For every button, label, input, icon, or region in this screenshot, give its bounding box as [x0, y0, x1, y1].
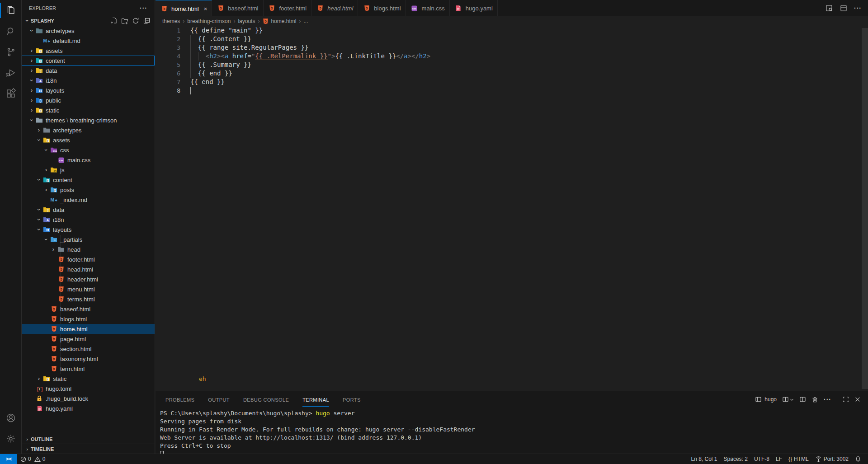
- panel-tab-problems[interactable]: PROBLEMS: [165, 393, 194, 407]
- editor-scrollbar[interactable]: [862, 28, 868, 389]
- breadcrumb-item[interactable]: ...: [303, 18, 308, 24]
- tree-item-layouts[interactable]: ›layouts: [22, 85, 155, 95]
- cursor-position-status[interactable]: Ln 8, Col 1: [688, 454, 721, 464]
- tree-item-taxonomy.html[interactable]: 5taxonomy.html: [22, 354, 155, 364]
- tree-item-content[interactable]: ›content: [22, 175, 155, 185]
- code-line-3[interactable]: 3 {{ range site.RegularPages }}: [156, 43, 868, 52]
- tree-item-page.html[interactable]: 5page.html: [22, 334, 155, 344]
- tree-item-data[interactable]: ›data: [22, 205, 155, 215]
- breadcrumb-item[interactable]: breathing-crimson: [187, 18, 231, 24]
- problems-status[interactable]: 0 0: [17, 454, 48, 464]
- extensions-icon[interactable]: [0, 83, 22, 104]
- tree-item-assets[interactable]: ›assets: [22, 135, 155, 145]
- tree-item-terms.html[interactable]: 5terms.html: [22, 294, 155, 304]
- tree-item-assets[interactable]: ›assets: [22, 46, 155, 56]
- tree-item-js[interactable]: ›JSjs: [22, 165, 155, 175]
- tree-item-hugo.yaml[interactable]: hugo.yaml: [22, 403, 155, 413]
- tree-item-posts[interactable]: ›posts: [22, 185, 155, 195]
- outline-section[interactable]: › OUTLINE: [22, 434, 155, 444]
- tree-item-head.html[interactable]: 5head.html: [22, 264, 155, 274]
- breadcrumb-item[interactable]: 5home.html: [262, 18, 296, 25]
- tab-baseof.html[interactable]: 5baseof.html: [212, 0, 263, 16]
- tree-item-_index.md[interactable]: M_index.md: [22, 195, 155, 205]
- split-terminal-icon[interactable]: [799, 396, 806, 403]
- breadcrumb-item[interactable]: themes: [162, 18, 180, 24]
- tree-item-term.html[interactable]: 5term.html: [22, 364, 155, 374]
- tree-item-hugo.toml[interactable]: [T]hugo.toml: [22, 384, 155, 394]
- panel-tab-output[interactable]: OUTPUT: [208, 393, 230, 407]
- new-file-icon[interactable]: [110, 17, 118, 24]
- language-mode-status[interactable]: {}HTML: [785, 454, 812, 464]
- tree-item-data[interactable]: ›data: [22, 66, 155, 75]
- launch-profile-icon[interactable]: [782, 396, 794, 403]
- code-line-5[interactable]: 5 {{ .Summary }}: [156, 61, 868, 69]
- tree-item-section.html[interactable]: 5section.html: [22, 344, 155, 354]
- tree-item-footer.html[interactable]: 5footer.html: [22, 254, 155, 264]
- tree-item-i18n[interactable]: ›Ai18n: [22, 75, 155, 85]
- tree-item-menu.html[interactable]: 5menu.html: [22, 284, 155, 294]
- tree-item-home.html[interactable]: 5home.html: [22, 324, 155, 334]
- explorer-icon[interactable]: [0, 0, 22, 21]
- tree-item-head[interactable]: ›head: [22, 244, 155, 254]
- tab-blogs.html[interactable]: 5blogs.html: [358, 0, 406, 16]
- code-line-8[interactable]: 8: [156, 86, 868, 95]
- tree-item-archetypes[interactable]: ›archetypes: [22, 125, 155, 135]
- remote-indicator[interactable]: ><: [0, 454, 17, 464]
- panel-tab-debug-console[interactable]: DEBUG CONSOLE: [243, 393, 289, 407]
- port-forward-status[interactable]: Port: 3002: [812, 454, 852, 464]
- source-control-icon[interactable]: [0, 42, 22, 62]
- kill-terminal-icon[interactable]: [811, 396, 818, 403]
- tree-item-header.html[interactable]: 5header.html: [22, 274, 155, 284]
- search-icon[interactable]: [0, 21, 22, 42]
- run-and-debug-icon[interactable]: [0, 62, 22, 83]
- code-line-1[interactable]: 1{{ define "main" }}: [156, 26, 868, 35]
- terminal-instance-tab[interactable]: hugo: [755, 396, 777, 403]
- tree-item-archetypes[interactable]: ›archetypes: [22, 26, 155, 36]
- tree-item-public[interactable]: ›public: [22, 95, 155, 105]
- encoding-status[interactable]: UTF-8: [751, 454, 773, 464]
- code-editor[interactable]: 1{{ define "main" }}2 {{ .Content }}3 {{…: [156, 26, 868, 391]
- tab-hugo.yaml[interactable]: hugo.yaml: [450, 0, 498, 16]
- split-editor-icon[interactable]: [840, 4, 848, 12]
- tree-item-layouts[interactable]: ›layouts: [22, 225, 155, 234]
- eol-status[interactable]: LF: [773, 454, 785, 464]
- code-line-4[interactable]: 4 <h2><a href="{{ .RelPermalink }}">{{ .…: [156, 52, 868, 61]
- tree-item-default.md[interactable]: Mdefault.md: [22, 36, 155, 46]
- close-panel-icon[interactable]: [854, 396, 861, 403]
- panel-more-actions-icon[interactable]: ···: [824, 396, 831, 403]
- terminal-output[interactable]: PS C:\Users\splashy\Documents\hugo\splas…: [156, 408, 868, 458]
- breadcrumb-item[interactable]: layouts: [238, 18, 255, 24]
- refresh-icon[interactable]: [132, 17, 139, 24]
- tree-item-static[interactable]: ›static: [22, 105, 155, 115]
- folder-section-header[interactable]: › SPLASHY: [22, 16, 155, 26]
- notifications-bell-icon[interactable]: [852, 454, 864, 464]
- explorer-more-actions-icon[interactable]: ···: [140, 5, 147, 12]
- tree-item-i18n[interactable]: ›Ai18n: [22, 215, 155, 225]
- indentation-status[interactable]: Spaces: 2: [721, 454, 751, 464]
- maximize-panel-icon[interactable]: [843, 396, 849, 403]
- tab-main.css[interactable]: cssmain.css: [406, 0, 450, 16]
- close-tab-icon[interactable]: ×: [204, 5, 208, 12]
- tree-item-blogs.html[interactable]: 5blogs.html: [22, 314, 155, 324]
- tree-item-themes-breathing-crimson[interactable]: ›themes \ breathing-crimson: [22, 115, 155, 125]
- search-editor-icon[interactable]: [825, 4, 833, 12]
- tab-home.html[interactable]: 5home.html×: [156, 0, 212, 17]
- tree-item-main.css[interactable]: cssmain.css: [22, 155, 155, 165]
- panel-tab-terminal[interactable]: TERMINAL: [302, 393, 329, 407]
- collapse-folders-icon[interactable]: [143, 17, 150, 24]
- code-line-7[interactable]: 7{{ end }}: [156, 78, 868, 86]
- tree-item-_partials[interactable]: ›_partials: [22, 234, 155, 244]
- new-folder-icon[interactable]: [121, 17, 128, 24]
- tab-head.html[interactable]: 5head.html: [311, 0, 358, 16]
- tree-item-css[interactable]: ›csscss: [22, 145, 155, 155]
- tree-item-.hugo_build.lock[interactable]: .hugo_build.lock: [22, 394, 155, 403]
- tree-item-static[interactable]: ›static: [22, 374, 155, 384]
- settings-gear-icon[interactable]: [0, 428, 22, 449]
- accounts-icon[interactable]: [0, 408, 22, 428]
- code-line-6[interactable]: 6 {{ end }}: [156, 69, 868, 78]
- timeline-section[interactable]: › TIMELINE: [22, 444, 155, 454]
- code-line-2[interactable]: 2 {{ .Content }}: [156, 35, 868, 43]
- tab-footer.html[interactable]: 5footer.html: [264, 0, 312, 16]
- panel-tab-ports[interactable]: PORTS: [343, 393, 361, 407]
- tree-item-baseof.html[interactable]: 5baseof.html: [22, 304, 155, 314]
